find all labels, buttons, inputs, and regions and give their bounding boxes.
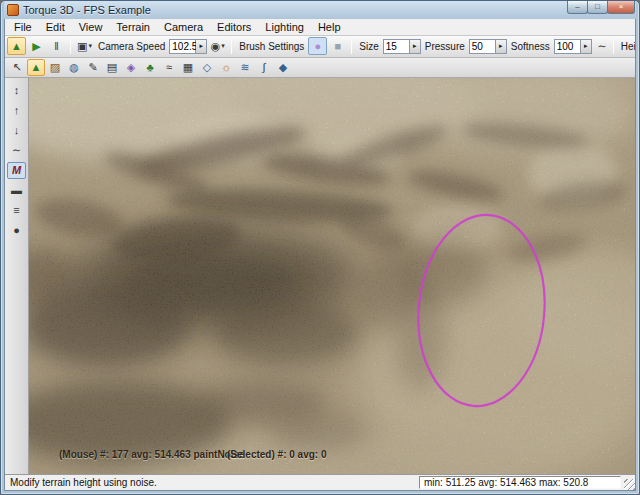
menu-view[interactable]: View [72, 20, 110, 34]
menu-edit[interactable]: Edit [39, 20, 72, 34]
navigation-icon: ◇ [203, 61, 211, 74]
menu-bar: File Edit View Terrain Camera Editors Li… [5, 19, 635, 36]
toolbar-separator [351, 39, 352, 54]
smooth-icon: ∼ [12, 144, 21, 157]
flatten-height-tool[interactable]: ▬ [7, 182, 26, 199]
pencil-icon: ✎ [88, 61, 97, 74]
toolbar-decal-editor[interactable]: ◈ [122, 59, 140, 76]
brush-box-button[interactable]: ■ [328, 37, 347, 55]
toolbar-navigation-editor[interactable]: ◇ [198, 59, 216, 76]
camera-speed-value[interactable]: 102.5 [169, 39, 196, 54]
softness-curve-button[interactable]: ∼ [593, 37, 612, 55]
size-slider-button[interactable]: ▸ [410, 39, 421, 54]
play-icon: ▶ [32, 40, 40, 53]
brush-ellipse-button[interactable]: ● [308, 37, 327, 55]
datablock-icon: ▤ [107, 61, 117, 74]
world-editor-button[interactable]: ▲ [7, 37, 26, 55]
softness-slider-button[interactable]: ▸ [581, 39, 592, 54]
terrain-icon: ▲ [31, 61, 42, 73]
toolbar-separator [613, 39, 614, 54]
status-bar: Modify terrain height using noise. min: … [5, 474, 635, 490]
pause-button[interactable]: ‖ [47, 37, 66, 55]
menu-lighting[interactable]: Lighting [258, 20, 311, 34]
app-window: Torque 3D - FPS Example – □ × File Edit … [0, 0, 640, 495]
lower-icon: ↓ [14, 124, 20, 136]
toolbar-particle-editor[interactable]: ☼ [217, 59, 235, 76]
camera-speed-slider-button[interactable]: ▸ [196, 39, 207, 54]
eye-icon: ◉ [211, 40, 221, 53]
toolbar-datablock-editor[interactable]: ▤ [103, 59, 121, 76]
camera-speed-spinner: 102.5 ▸ [169, 39, 207, 54]
chevron-down-icon: ▾ [88, 42, 92, 50]
noise-icon: M [12, 164, 21, 176]
paint-icon: ▨ [50, 61, 60, 74]
toolbar-sketch-tool[interactable]: ✎ [84, 59, 102, 76]
toolbar-river-editor[interactable]: ≋ [236, 59, 254, 76]
visibility-button[interactable]: ◉▾ [208, 37, 227, 55]
toolbar-road-path-editor[interactable]: ∫ [255, 59, 273, 76]
grab-terrain-tool[interactable]: ↕ [7, 82, 26, 99]
curve-icon: ∼ [598, 40, 607, 53]
toolbar-mesh-road-editor[interactable]: ≈ [160, 59, 178, 76]
resize-grip[interactable] [624, 479, 635, 490]
menu-camera[interactable]: Camera [157, 20, 210, 34]
close-button[interactable]: × [607, 1, 635, 14]
toolbar-terrain-painter[interactable]: ▨ [46, 59, 64, 76]
toolbar-object-editor[interactable]: ↖ [8, 59, 26, 76]
pressure-value[interactable]: 50 [469, 39, 496, 54]
raise-icon: ↑ [14, 104, 20, 116]
window-title: Torque 3D - FPS Example [23, 4, 151, 16]
toolbar-separator [231, 39, 232, 54]
circle-brush-icon: ● [314, 40, 321, 52]
cursor-icon: ↖ [12, 61, 21, 74]
toolbar-material-editor[interactable]: ◍ [65, 59, 83, 76]
menu-file[interactable]: File [7, 20, 39, 34]
set-height-tool[interactable]: ≡ [7, 202, 26, 219]
height-label: Height [621, 41, 635, 52]
smooth-height-tool[interactable]: ∼ [7, 142, 26, 159]
menu-editors[interactable]: Editors [210, 20, 258, 34]
maximize-button[interactable]: □ [587, 1, 608, 14]
river-icon: ≋ [240, 61, 249, 74]
minimize-button[interactable]: – [567, 1, 588, 14]
paint-noise-tool[interactable]: M [7, 162, 26, 179]
raise-height-tool[interactable]: ↑ [7, 102, 26, 119]
menu-help[interactable]: Help [311, 20, 348, 34]
lower-height-tool[interactable]: ↓ [7, 122, 26, 139]
height-stats: min: 511.25 avg: 514.463 max: 520.8 [419, 476, 621, 489]
camera-icon: ▣ [77, 40, 87, 53]
title-bar[interactable]: Torque 3D - FPS Example – □ × [4, 1, 636, 19]
road-icon: ∫ [262, 61, 265, 73]
app-icon [7, 4, 19, 16]
flatten-icon: ▬ [11, 184, 22, 196]
pressure-spinner: 50 ▸ [469, 39, 507, 54]
toolbar-mission-area-editor[interactable]: ▦ [179, 59, 197, 76]
camera-menu-button[interactable]: ▣▾ [75, 37, 94, 55]
toolbar-shape-editor[interactable]: ◆ [274, 59, 292, 76]
main-area: ↕ ↑ ↓ ∼ M ▬ ≡ ● [5, 78, 635, 474]
shape-icon: ◆ [279, 61, 287, 74]
viewport-canvas[interactable]: (Mouse) #: 177 avg: 514.463 paintNoise (… [29, 78, 635, 474]
toolbar-forest-editor[interactable]: ♣ [141, 59, 159, 76]
particle-icon: ☼ [221, 61, 231, 73]
pressure-slider-button[interactable]: ▸ [496, 39, 507, 54]
size-label: Size [359, 41, 378, 52]
terrain-tool-palette: ↕ ↑ ↓ ∼ M ▬ ≡ ● [5, 78, 29, 474]
clear-terrain-tool[interactable]: ● [7, 222, 26, 239]
camera-speed-label: Camera Speed [98, 41, 165, 52]
toolbar-terrain-editor[interactable]: ▲ [27, 59, 45, 76]
play-button[interactable]: ▶ [27, 37, 46, 55]
clear-icon: ● [13, 224, 20, 236]
square-brush-icon: ■ [334, 40, 341, 52]
menu-terrain[interactable]: Terrain [109, 20, 157, 34]
chevron-down-icon: ▾ [221, 42, 225, 50]
mouse-stats-overlay: (Mouse) #: 177 avg: 514.463 paintNoise [59, 449, 245, 460]
brush-settings-label: Brush Settings [239, 41, 304, 52]
size-value[interactable]: 15 [383, 39, 410, 54]
mountain-icon: ▲ [11, 40, 22, 52]
status-message: Modify terrain height using noise. [10, 477, 157, 488]
selected-stats-overlay: (Selected) #: 0 avg: 0 [227, 449, 326, 460]
grab-icon: ↕ [14, 84, 20, 96]
pause-icon: ‖ [54, 40, 59, 52]
softness-value[interactable]: 100 [554, 39, 581, 54]
